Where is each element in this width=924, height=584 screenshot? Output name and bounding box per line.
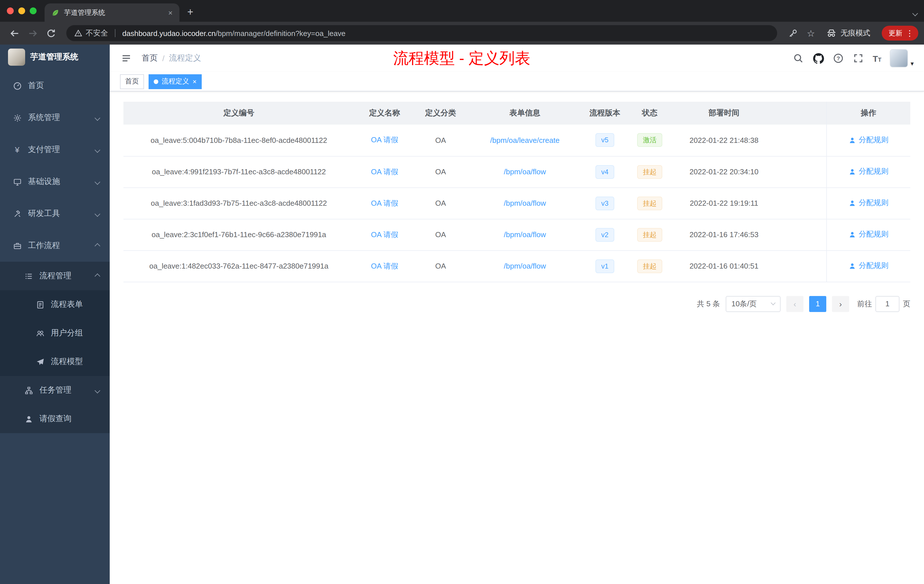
header-status: 状态 <box>626 102 673 125</box>
sidebar-item-devtools[interactable]: 研发工具 <box>0 198 110 230</box>
deploy-time-cell: 2022-01-16 01:40:51 <box>673 250 775 282</box>
form-link[interactable]: /bpm/oa/flow <box>504 262 546 270</box>
github-icon[interactable] <box>813 53 824 64</box>
sidebar-item-user-group[interactable]: 用户分组 <box>0 319 110 347</box>
definition-id-cell: oa_leave:2:3c1f0ef1-76b1-11ec-9c66-a2380… <box>124 219 354 250</box>
page-size-select[interactable]: 10条/页 <box>726 296 780 312</box>
header-gap <box>775 102 826 125</box>
screen: 芋道管理系统 × + 不安全 dashboard.yudao.iocoder.c… <box>0 0 924 584</box>
goto-label: 前往 <box>857 299 872 309</box>
font-size-icon[interactable]: TT <box>873 53 881 63</box>
form-link[interactable]: /bpm/oa/flow <box>504 199 546 208</box>
sidebar-item-process-management[interactable]: 流程管理 <box>0 262 110 290</box>
header-version: 流程版本 <box>583 102 626 125</box>
sidebar-item-infrastructure[interactable]: 基础设施 <box>0 166 110 198</box>
back-icon[interactable] <box>6 25 23 42</box>
monitor-icon <box>13 177 22 186</box>
pagination: 共 5 条 10条/页 ‹ 1 › 前往 页 <box>124 296 910 312</box>
chevron-down-icon <box>94 211 100 216</box>
tags-view-bar: 首页 流程定义 × <box>110 72 924 91</box>
browser-tab-strip: 芋道管理系统 × + <box>0 0 924 22</box>
category-cell: OA <box>415 125 466 156</box>
definition-name-link[interactable]: OA 请假 <box>371 230 398 239</box>
users-icon <box>35 328 45 338</box>
bookmark-star-icon[interactable]: ☆ <box>802 25 819 42</box>
tab-close-icon[interactable]: × <box>167 8 174 17</box>
fullscreen-icon[interactable] <box>853 53 864 64</box>
org-chart-icon <box>24 386 33 395</box>
version-badge: v1 <box>596 259 614 273</box>
breadcrumb: 首页 / 流程定义 <box>142 53 201 63</box>
window-zoom-button[interactable] <box>30 7 36 14</box>
browser-menu-icon[interactable]: ⋮ <box>906 28 914 38</box>
tag-process-definition[interactable]: 流程定义 × <box>148 74 202 89</box>
status-badge: 挂起 <box>637 259 662 273</box>
hamburger-icon[interactable] <box>120 52 132 64</box>
sidebar-item-home[interactable]: 首页 <box>0 70 110 102</box>
assign-rule-link[interactable]: 分配规则 <box>848 261 889 271</box>
assign-rule-link[interactable]: 分配规则 <box>848 167 889 177</box>
user-menu[interactable]: ▾ <box>890 49 914 68</box>
goto-unit: 页 <box>903 299 910 309</box>
browser-tab[interactable]: 芋道管理系统 × <box>45 3 180 22</box>
prev-page-button[interactable]: ‹ <box>786 296 804 312</box>
sidebar-item-process-model[interactable]: 流程模型 <box>0 347 110 376</box>
deploy-time-cell: 2022-01-22 21:48:38 <box>673 125 775 156</box>
form-link[interactable]: /bpm/oa/flow <box>504 230 546 239</box>
definition-id-cell: oa_leave:1:482ec033-762a-11ec-8477-a2380… <box>124 250 354 282</box>
status-badge: 挂起 <box>637 196 662 210</box>
assign-rule-link[interactable]: 分配规则 <box>848 229 889 240</box>
security-indicator[interactable]: 不安全 <box>74 28 108 38</box>
goto-input[interactable] <box>875 296 899 312</box>
window-minimize-button[interactable] <box>18 7 25 14</box>
sidebar-item-system[interactable]: 系统管理 <box>0 102 110 134</box>
category-cell: OA <box>415 219 466 250</box>
sidebar-item-workflow[interactable]: 工作流程 <box>0 230 110 262</box>
tag-close-icon[interactable]: × <box>193 78 196 85</box>
table-row: oa_leave:5:004b710b-7b8a-11ec-8ef0-acde4… <box>124 125 910 156</box>
window-close-button[interactable] <box>7 7 14 14</box>
brand[interactable]: 芋道管理系统 <box>0 45 110 70</box>
browser-update-button[interactable]: 更新 ⋮ <box>882 26 918 41</box>
definition-name-link[interactable]: OA 请假 <box>371 136 398 144</box>
help-icon[interactable]: ? <box>833 53 844 64</box>
avatar[interactable] <box>890 49 908 68</box>
url-path: /bpm/manager/definition?key=oa_leave <box>216 29 346 38</box>
sidebar-item-leave-query[interactable]: 请假查询 <box>0 404 110 433</box>
definition-name-link[interactable]: OA 请假 <box>371 261 398 270</box>
header-definition-id: 定义编号 <box>124 102 354 125</box>
dashboard-icon <box>13 81 22 90</box>
workflow-submenu: 流程管理 流程表单 用户分组 <box>0 262 110 433</box>
tag-home[interactable]: 首页 <box>120 74 144 89</box>
assign-rule-link[interactable]: 分配规则 <box>848 198 889 208</box>
page-1-button[interactable]: 1 <box>809 296 826 312</box>
sidebar-item-payment[interactable]: ¥ 支付管理 <box>0 134 110 166</box>
search-icon[interactable] <box>792 53 804 64</box>
gap-cell <box>775 156 826 187</box>
address-bar[interactable]: 不安全 dashboard.yudao.iocoder.cn/bpm/manag… <box>66 25 777 41</box>
new-tab-button[interactable]: + <box>182 3 199 21</box>
form-link[interactable]: /bpm/oa/leave/create <box>490 136 560 145</box>
definition-id-cell: oa_leave:4:991f2193-7b7f-11ec-a3c8-acde4… <box>124 156 354 187</box>
password-key-icon[interactable] <box>784 25 801 42</box>
goto-page: 前往 页 <box>857 296 910 312</box>
chevron-down-icon <box>94 179 100 185</box>
definition-name-link[interactable]: OA 请假 <box>371 199 398 207</box>
tab-search-icon[interactable] <box>913 7 917 18</box>
sidebar-item-process-form[interactable]: 流程表单 <box>0 290 110 319</box>
definition-name-link[interactable]: OA 请假 <box>371 167 398 176</box>
form-link[interactable]: /bpm/oa/flow <box>504 167 546 176</box>
refresh-icon[interactable] <box>42 25 59 42</box>
favicon-leaf-icon <box>50 8 59 17</box>
next-page-button[interactable]: › <box>832 296 849 312</box>
chevron-down-icon <box>94 388 100 393</box>
assign-rule-link[interactable]: 分配规则 <box>848 135 889 145</box>
brand-title: 芋道管理系统 <box>30 52 78 62</box>
breadcrumb-home-link[interactable]: 首页 <box>142 53 158 63</box>
forward-icon[interactable] <box>24 25 41 42</box>
sidebar-item-task-management[interactable]: 任务管理 <box>0 376 110 404</box>
category-cell: OA <box>415 250 466 282</box>
chevron-down-icon <box>94 147 100 153</box>
pagination-total: 共 5 条 <box>697 299 720 309</box>
status-badge: 激活 <box>637 134 662 147</box>
